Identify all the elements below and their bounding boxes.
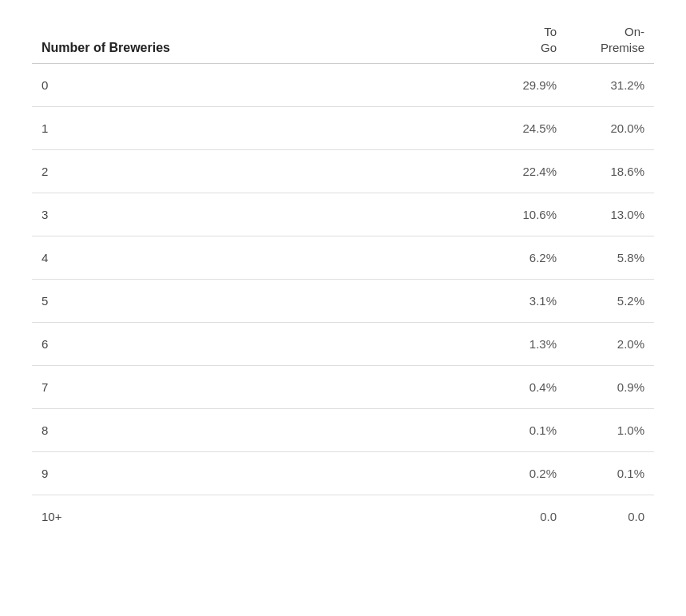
cell-number: 5 bbox=[32, 280, 494, 323]
cell-on-premise: 5.2% bbox=[566, 280, 654, 323]
table-row: 46.2%5.8% bbox=[32, 236, 654, 280]
cell-to-go: 0.4% bbox=[494, 366, 566, 409]
cell-number: 7 bbox=[32, 366, 494, 409]
col-header-to-go: To Go bbox=[494, 16, 566, 64]
cell-to-go: 0.0 bbox=[494, 495, 566, 539]
table-row: 222.4%18.6% bbox=[32, 150, 654, 193]
breweries-table: Number of Breweries To Go On- Premise 02… bbox=[32, 16, 654, 538]
cell-on-premise: 31.2% bbox=[566, 64, 654, 107]
col-header-number-of-breweries: Number of Breweries bbox=[32, 16, 494, 64]
cell-number: 6 bbox=[32, 323, 494, 366]
cell-number: 0 bbox=[32, 64, 494, 107]
table-container: Number of Breweries To Go On- Premise 02… bbox=[0, 0, 686, 616]
cell-number: 1 bbox=[32, 107, 494, 150]
table-row: 029.9%31.2% bbox=[32, 64, 654, 107]
cell-to-go: 1.3% bbox=[494, 323, 566, 366]
table-row: 10+0.00.0 bbox=[32, 495, 654, 539]
cell-to-go: 10.6% bbox=[494, 193, 566, 236]
cell-to-go: 29.9% bbox=[494, 64, 566, 107]
table-row: 90.2%0.1% bbox=[32, 452, 654, 495]
col-header-on-premise: On- Premise bbox=[566, 16, 654, 64]
cell-on-premise: 1.0% bbox=[566, 409, 654, 452]
cell-number: 9 bbox=[32, 452, 494, 495]
cell-on-premise: 18.6% bbox=[566, 150, 654, 193]
cell-on-premise: 0.9% bbox=[566, 366, 654, 409]
table-row: 124.5%20.0% bbox=[32, 107, 654, 150]
cell-number: 4 bbox=[32, 236, 494, 280]
cell-number: 3 bbox=[32, 193, 494, 236]
cell-on-premise: 5.8% bbox=[566, 236, 654, 280]
cell-number: 10+ bbox=[32, 495, 494, 539]
table-row: 53.1%5.2% bbox=[32, 280, 654, 323]
cell-to-go: 6.2% bbox=[494, 236, 566, 280]
cell-to-go: 24.5% bbox=[494, 107, 566, 150]
cell-number: 2 bbox=[32, 150, 494, 193]
table-row: 80.1%1.0% bbox=[32, 409, 654, 452]
cell-to-go: 3.1% bbox=[494, 280, 566, 323]
cell-on-premise: 0.1% bbox=[566, 452, 654, 495]
cell-to-go: 22.4% bbox=[494, 150, 566, 193]
cell-on-premise: 0.0 bbox=[566, 495, 654, 539]
cell-to-go: 0.1% bbox=[494, 409, 566, 452]
cell-on-premise: 20.0% bbox=[566, 107, 654, 150]
table-row: 70.4%0.9% bbox=[32, 366, 654, 409]
table-row: 310.6%13.0% bbox=[32, 193, 654, 236]
cell-to-go: 0.2% bbox=[494, 452, 566, 495]
cell-on-premise: 2.0% bbox=[566, 323, 654, 366]
cell-on-premise: 13.0% bbox=[566, 193, 654, 236]
cell-number: 8 bbox=[32, 409, 494, 452]
table-row: 61.3%2.0% bbox=[32, 323, 654, 366]
